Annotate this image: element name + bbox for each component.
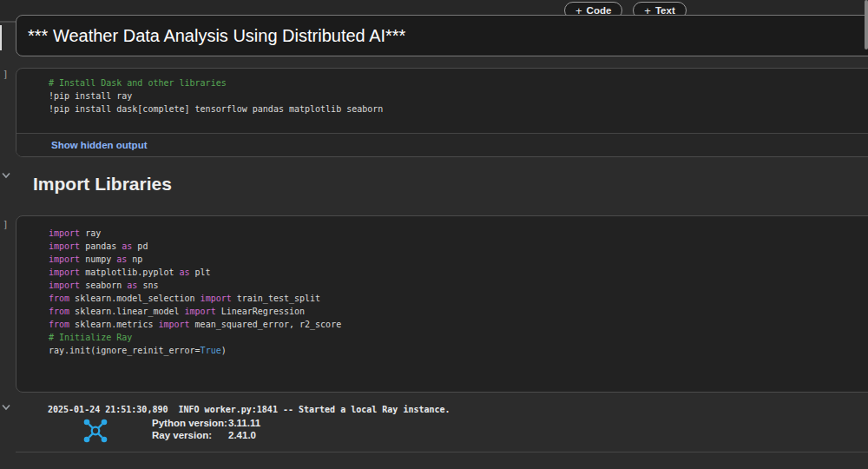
- code-token: import: [49, 268, 80, 277]
- execution-indicator[interactable]: ]: [3, 220, 9, 230]
- code-token: as: [180, 268, 190, 277]
- code-cell-install: # Install Dask and other libraries!pip i…: [16, 68, 868, 157]
- code-token: sklearn.model_selection: [69, 294, 201, 303]
- code-line: from sklearn.metrics import mean_squared…: [49, 318, 868, 331]
- code-line: import seaborn as sns: [49, 279, 868, 292]
- markdown-source-text: *** Weather Data Analysis Using Distribu…: [16, 16, 868, 56]
- code-token: train_test_split: [232, 294, 320, 303]
- code-line: from sklearn.model_selection import trai…: [49, 292, 868, 305]
- code-cell-imports: import rayimport pandas as pdimport nump…: [16, 215, 868, 393]
- code-token: as: [127, 281, 137, 290]
- code-token: from: [49, 294, 69, 303]
- code-token: !pip install dask[complete] tensorflow p…: [49, 104, 383, 114]
- ray-version-label: Ray version:: [152, 430, 228, 440]
- code-token: import: [49, 281, 80, 290]
- collapse-output-icon[interactable]: [1, 399, 11, 414]
- code-line: from sklearn.linear_model import LinearR…: [49, 305, 868, 318]
- collapse-section-icon[interactable]: [1, 167, 11, 182]
- hidden-output-bar: Show hidden output: [16, 133, 868, 156]
- code-token: import: [158, 320, 189, 329]
- code-token: sns: [137, 281, 158, 290]
- code-line: import pandas as pd: [49, 240, 868, 253]
- code-token: ): [221, 346, 227, 355]
- code-token: import: [49, 241, 80, 251]
- code-token: ray: [80, 228, 101, 238]
- code-editor-install[interactable]: # Install Dask and other libraries!pip i…: [16, 69, 868, 133]
- code-line: import matplotlib.pyplot as plt: [49, 266, 868, 279]
- code-line: import numpy as np: [49, 253, 868, 266]
- code-token: as: [122, 241, 132, 251]
- code-token: !pip install ray: [49, 91, 132, 101]
- code-line: import ray: [49, 227, 868, 240]
- code-token: import: [49, 254, 80, 264]
- code-token: plt: [190, 268, 211, 277]
- code-line: # Install Dask and other libraries: [49, 76, 868, 89]
- code-token: as: [116, 254, 127, 264]
- ray-logo-icon: [79, 414, 112, 451]
- code-token: seaborn: [80, 281, 127, 290]
- code-line: ray.init(ignore_reinit_error=True): [49, 344, 868, 357]
- code-token: # Install Dask and other libraries: [49, 78, 227, 88]
- ray-version-value: 2.41.0: [228, 430, 260, 440]
- code-token: pd: [132, 241, 148, 251]
- code-token: import: [49, 228, 80, 238]
- code-token: numpy: [80, 254, 116, 264]
- ray-log-line: 2025-01-24 21:51:30,890 INFO worker.py:1…: [48, 405, 450, 414]
- code-token: ray.init(ignore_reinit_error=: [49, 346, 201, 355]
- code-token: sklearn.metrics: [69, 320, 158, 329]
- code-token: np: [127, 254, 142, 264]
- scrollbar-thumb[interactable]: [865, 0, 868, 50]
- markdown-title-cell[interactable]: *** Weather Data Analysis Using Distribu…: [16, 15, 868, 56]
- code-token: sklearn.linear_model: [69, 307, 184, 316]
- execution-indicator[interactable]: ]: [3, 69, 9, 80]
- code-token: pandas: [80, 241, 122, 251]
- show-hidden-output-link[interactable]: Show hidden output: [51, 140, 148, 150]
- code-token: LinearRegression: [216, 307, 305, 316]
- python-version-value: 3.11.11: [228, 418, 260, 428]
- code-token: True: [201, 346, 221, 355]
- python-version-label: Python version:: [152, 418, 228, 428]
- code-line: !pip install dask[complete] tensorflow p…: [49, 102, 868, 116]
- code-token: matplotlib.pyplot: [80, 268, 179, 277]
- code-editor-imports[interactable]: import rayimport pandas as pdimport nump…: [16, 216, 868, 357]
- code-token: import: [201, 294, 232, 303]
- section-heading: Import Libraries: [33, 174, 172, 195]
- version-table: Python version: 3.11.11 Ray version: 2.4…: [152, 418, 260, 440]
- cell-boundary-divider: [16, 452, 868, 452]
- code-token: import: [185, 307, 216, 316]
- code-token: mean_squared_error, r2_score: [190, 320, 342, 329]
- code-line: !pip install ray: [49, 89, 868, 102]
- code-token: from: [49, 320, 69, 329]
- code-token: # Initialize Ray: [49, 333, 132, 342]
- code-token: from: [49, 307, 69, 316]
- code-line: # Initialize Ray: [49, 331, 868, 344]
- text-cursor: [0, 25, 2, 50]
